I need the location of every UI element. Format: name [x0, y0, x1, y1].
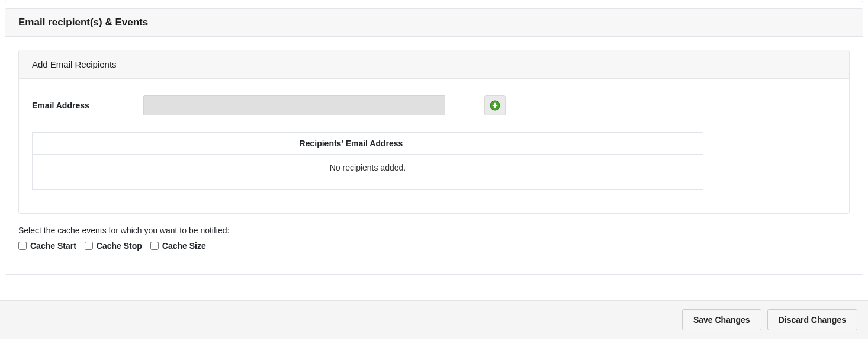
separator: [0, 287, 868, 287]
email-address-input[interactable]: [143, 95, 445, 115]
recipients-table: Recipients' Email Address No recipients …: [32, 132, 703, 190]
cache-size-option[interactable]: Cache Size: [150, 241, 206, 251]
events-helper-text: Select the cache events for which you wa…: [18, 226, 850, 235]
footer-actions: Save Changes Discard Changes: [0, 300, 868, 339]
add-recipients-panel: Add Email Recipients Email Address: [18, 50, 850, 214]
save-button[interactable]: Save Changes: [682, 309, 761, 330]
recipients-table-actions-header: [670, 133, 703, 155]
email-events-panel: Email recipient(s) & Events Add Email Re…: [5, 8, 863, 275]
table-row: No recipients added.: [33, 155, 703, 190]
recipients-empty-message: No recipients added.: [33, 155, 703, 190]
cache-size-label: Cache Size: [162, 241, 206, 251]
events-checkbox-group: Cache Start Cache Stop Cache Size: [18, 241, 850, 251]
cache-start-label: Cache Start: [30, 241, 76, 251]
svg-rect-2: [493, 105, 498, 106]
cache-size-checkbox[interactable]: [150, 242, 159, 250]
email-address-label: Email Address: [32, 101, 143, 110]
email-address-row: Email Address: [32, 95, 836, 115]
panel-title: Email recipient(s) & Events: [5, 9, 863, 37]
add-recipient-button[interactable]: [484, 95, 506, 115]
discard-button[interactable]: Discard Changes: [767, 309, 857, 330]
cache-start-option[interactable]: Cache Start: [18, 241, 76, 251]
plus-circle-icon: [490, 100, 500, 111]
recipients-table-header: Recipients' Email Address: [33, 133, 670, 155]
cache-stop-label: Cache Stop: [97, 241, 142, 251]
previous-panel-edge: [5, 0, 863, 2]
add-recipients-title: Add Email Recipients: [19, 50, 849, 79]
cache-stop-option[interactable]: Cache Stop: [85, 241, 142, 251]
cache-stop-checkbox[interactable]: [85, 242, 93, 250]
cache-start-checkbox[interactable]: [18, 242, 27, 250]
